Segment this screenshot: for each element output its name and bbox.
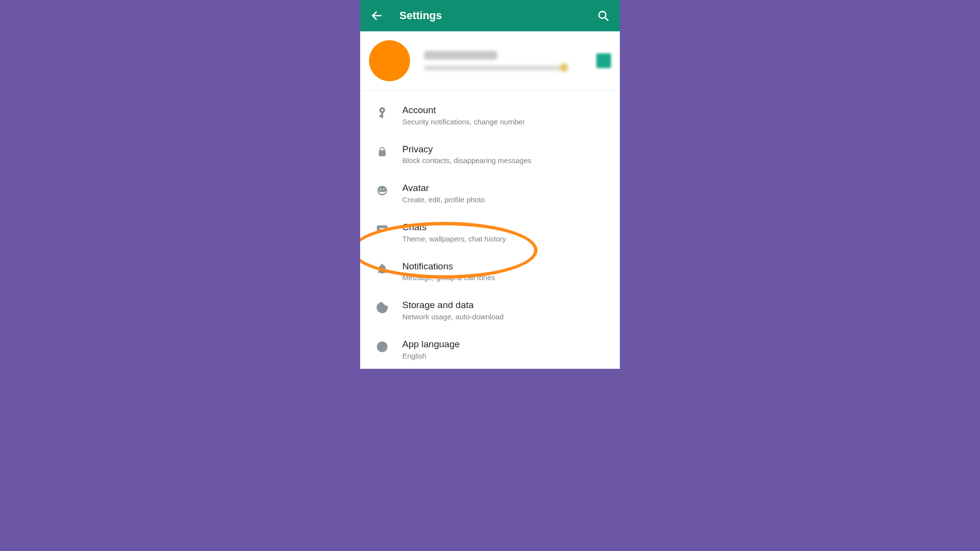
item-subtitle: Security notifications, change number <box>402 118 525 126</box>
qr-code-button[interactable] <box>596 53 611 68</box>
item-subtitle: Network usage, auto-download <box>402 312 504 321</box>
item-text: Privacy Block contacts, disappearing mes… <box>402 144 531 165</box>
item-title: Storage and data <box>402 299 504 311</box>
appbar-left: Settings <box>370 9 442 23</box>
settings-item-chats[interactable]: Chats Theme, wallpapers, chat history <box>360 213 620 252</box>
item-title: Avatar <box>402 182 485 194</box>
key-icon <box>375 105 390 120</box>
globe-icon <box>375 339 390 354</box>
svg-line-2 <box>605 17 608 20</box>
chat-icon <box>375 222 390 237</box>
item-title: Chats <box>402 221 506 234</box>
item-title: Notifications <box>402 261 495 273</box>
item-title: Privacy <box>402 144 531 156</box>
lock-icon <box>375 144 390 159</box>
settings-item-privacy[interactable]: Privacy Block contacts, disappearing mes… <box>360 135 620 174</box>
bell-icon <box>375 262 390 276</box>
profile-text <box>424 51 591 71</box>
profile-row[interactable] <box>360 31 620 91</box>
search-button[interactable] <box>596 9 610 23</box>
page-title: Settings <box>399 9 442 22</box>
item-subtitle: Block contacts, disappearing messages <box>402 156 531 165</box>
arrow-left-icon <box>370 9 383 22</box>
item-text: Chats Theme, wallpapers, chat history <box>402 221 506 243</box>
settings-item-storage[interactable]: Storage and data Network usage, auto-dow… <box>360 290 620 330</box>
settings-item-notifications[interactable]: Notifications Message, group & call tone… <box>360 252 620 291</box>
avatar-face-icon <box>375 183 390 198</box>
item-text: Account Security notifications, change n… <box>402 104 525 126</box>
profile-status-redacted <box>424 66 561 71</box>
settings-item-account[interactable]: Account Security notifications, change n… <box>360 96 620 135</box>
item-subtitle: Create, edit, profile photo <box>402 195 485 204</box>
item-subtitle: Message, group & call tones <box>402 273 495 282</box>
item-text: Avatar Create, edit, profile photo <box>402 182 485 204</box>
item-title: App language <box>402 338 460 351</box>
item-subtitle: Theme, wallpapers, chat history <box>402 235 506 243</box>
profile-name-redacted <box>424 51 497 60</box>
back-button[interactable] <box>370 9 384 23</box>
settings-item-language[interactable]: App language English <box>360 330 620 369</box>
item-text: Storage and data Network usage, auto-dow… <box>402 299 504 321</box>
item-title: Account <box>402 104 525 117</box>
item-subtitle: English <box>402 352 460 360</box>
settings-item-avatar[interactable]: Avatar Create, edit, profile photo <box>360 173 620 213</box>
settings-list: Account Security notifications, change n… <box>360 91 620 369</box>
avatar <box>369 40 410 81</box>
item-text: Notifications Message, group & call tone… <box>402 261 495 282</box>
status-emoji-redacted <box>560 64 568 72</box>
app-bar: Settings <box>360 0 620 31</box>
search-icon <box>597 9 610 22</box>
data-circle-icon <box>375 300 390 315</box>
settings-screen: Settings Account Security notificatio <box>360 0 620 369</box>
item-text: App language English <box>402 338 460 360</box>
